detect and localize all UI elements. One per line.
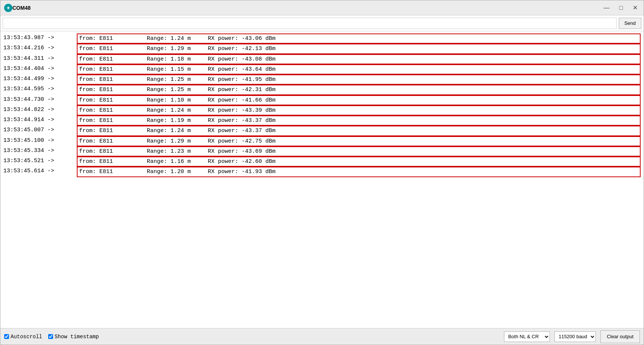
timestamp-cell: 13:53:44.311 -> <box>3 54 77 64</box>
window-controls: — □ ✕ <box>601 4 640 12</box>
message-cell: from: E811 Range: 1.25 m RX power: -41.9… <box>77 74 641 85</box>
table-row: 13:53:44.499 -> from: E811 Range: 1.25 m… <box>3 74 641 85</box>
timestamp-cell: 13:53:44.822 -> <box>3 105 77 116</box>
table-row: 13:53:45.521 -> from: E811 Range: 1.16 m… <box>3 157 641 167</box>
message-cell: from: E811 Range: 1.10 m RX power: -41.6… <box>77 95 641 105</box>
serial-input[interactable] <box>3 18 617 29</box>
arduino-serial-monitor-window: COM48 — □ ✕ Send 13:53:43.987 -> from: E… <box>0 0 644 345</box>
table-row: 13:53:45.100 -> from: E811 Range: 1.29 m… <box>3 136 641 146</box>
message-cell: from: E811 Range: 1.29 m RX power: -42.7… <box>77 136 641 146</box>
timestamp-cell: 13:53:45.334 -> <box>3 146 77 157</box>
status-options: Autoscroll Show timestamp <box>4 334 99 340</box>
table-row: 13:53:44.404 -> from: E811 Range: 1.15 m… <box>3 64 641 74</box>
table-row: 13:53:45.007 -> from: E811 Range: 1.24 m… <box>3 126 641 136</box>
autoscroll-label: Autoscroll <box>11 334 42 340</box>
table-row: 13:53:44.730 -> from: E811 Range: 1.10 m… <box>3 95 641 105</box>
timestamp-cell: 13:53:44.216 -> <box>3 44 77 54</box>
message-cell: from: E811 Range: 1.25 m RX power: -42.3… <box>77 85 641 95</box>
timestamp-cell: 13:53:45.007 -> <box>3 126 77 136</box>
table-row: 13:53:44.822 -> from: E811 Range: 1.24 m… <box>3 105 641 116</box>
message-cell: from: E811 Range: 1.18 m RX power: -43.0… <box>77 54 641 64</box>
table-row: 13:53:44.595 -> from: E811 Range: 1.25 m… <box>3 85 641 95</box>
minimize-button[interactable]: — <box>601 4 612 12</box>
table-row: 13:53:43.987 -> from: E811 Range: 1.24 m… <box>3 33 641 44</box>
table-row: 13:53:45.334 -> from: E811 Range: 1.23 m… <box>3 146 641 157</box>
send-button[interactable]: Send <box>619 18 641 29</box>
show-timestamp-label: Show timestamp <box>55 334 99 340</box>
table-row: 13:53:44.216 -> from: E811 Range: 1.29 m… <box>3 44 641 54</box>
timestamp-cell: 13:53:45.614 -> <box>3 167 77 177</box>
window-title: COM48 <box>12 5 601 11</box>
baud-rate-select[interactable]: 9600 baud19200 baud38400 baud57600 baud1… <box>554 331 596 342</box>
clear-output-button[interactable]: Clear output <box>600 330 640 343</box>
timestamp-cell: 13:53:43.987 -> <box>3 33 77 44</box>
message-cell: from: E811 Range: 1.19 m RX power: -43.3… <box>77 116 641 126</box>
message-cell: from: E811 Range: 1.29 m RX power: -42.1… <box>77 44 641 54</box>
timestamp-cell: 13:53:45.100 -> <box>3 136 77 146</box>
timestamp-cell: 13:53:44.499 -> <box>3 74 77 85</box>
maximize-button[interactable]: □ <box>617 4 625 12</box>
autoscroll-checkbox[interactable] <box>4 334 9 339</box>
message-cell: from: E811 Range: 1.23 m RX power: -43.6… <box>77 146 641 157</box>
timestamp-cell: 13:53:44.595 -> <box>3 85 77 95</box>
table-row: 13:53:45.614 -> from: E811 Range: 1.20 m… <box>3 167 641 177</box>
message-cell: from: E811 Range: 1.16 m RX power: -42.6… <box>77 157 641 167</box>
serial-output-area[interactable]: 13:53:43.987 -> from: E811 Range: 1.24 m… <box>0 31 644 328</box>
timestamp-cell: 13:53:44.914 -> <box>3 116 77 126</box>
timestamp-cell: 13:53:44.404 -> <box>3 64 77 74</box>
show-timestamp-checkbox[interactable] <box>48 334 53 339</box>
status-bar: Autoscroll Show timestamp No line ending… <box>0 328 644 345</box>
show-timestamp-checkbox-label[interactable]: Show timestamp <box>48 334 99 340</box>
input-bar: Send <box>0 15 644 31</box>
message-cell: from: E811 Range: 1.24 m RX power: -43.3… <box>77 126 641 136</box>
timestamp-cell: 13:53:45.521 -> <box>3 157 77 167</box>
table-row: 13:53:44.914 -> from: E811 Range: 1.19 m… <box>3 116 641 126</box>
autoscroll-checkbox-label[interactable]: Autoscroll <box>4 334 42 340</box>
table-row: 13:53:44.311 -> from: E811 Range: 1.18 m… <box>3 54 641 64</box>
close-button[interactable]: ✕ <box>630 4 640 12</box>
message-cell: from: E811 Range: 1.15 m RX power: -43.6… <box>77 64 641 74</box>
message-cell: from: E811 Range: 1.20 m RX power: -41.9… <box>77 167 641 177</box>
title-bar: COM48 — □ ✕ <box>0 0 644 15</box>
line-ending-select[interactable]: No line endingNewlineCarriage returnBoth… <box>504 331 550 342</box>
message-cell: from: E811 Range: 1.24 m RX power: -43.3… <box>77 105 641 116</box>
message-cell: from: E811 Range: 1.24 m RX power: -43.0… <box>77 33 641 44</box>
arduino-logo-icon <box>4 4 12 12</box>
timestamp-cell: 13:53:44.730 -> <box>3 95 77 105</box>
